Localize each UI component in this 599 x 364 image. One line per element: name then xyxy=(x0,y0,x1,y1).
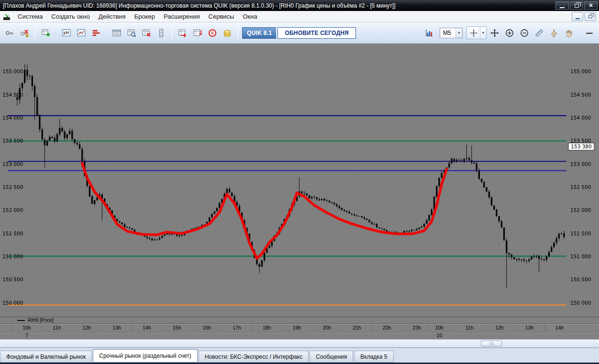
toolbar-separator xyxy=(35,26,35,39)
svg-text:153 500: 153 500 xyxy=(570,138,591,143)
report-icon[interactable] xyxy=(191,26,204,39)
svg-text:151 500: 151 500 xyxy=(2,231,23,236)
coins-icon[interactable] xyxy=(221,26,234,39)
x-axis-hour-label: 13h xyxy=(112,325,121,331)
chart-window-icon[interactable] xyxy=(60,26,73,39)
hour-cell-divider xyxy=(132,325,132,331)
data-column-icon[interactable] xyxy=(155,26,168,39)
chart-legend-row: RIH0 [Price] xyxy=(0,317,599,323)
chevron-down-icon[interactable]: ▼ xyxy=(480,27,486,39)
svg-text:154 500: 154 500 xyxy=(2,92,23,98)
x-axis-hour-label: 16h xyxy=(203,325,211,331)
hour-cell-divider xyxy=(72,325,72,331)
tab-5[interactable]: Вкладка 5 xyxy=(354,351,393,363)
chevron-down-icon[interactable]: ▼ xyxy=(455,28,462,38)
disconnect-icon[interactable]: 0 xyxy=(18,26,31,39)
x-axis-hour-label: 12h xyxy=(83,325,91,331)
table-search-icon[interactable] xyxy=(125,26,138,39)
svg-text:150 000: 150 000 xyxy=(570,300,591,306)
chart-canvas[interactable]: 150 000150 000150 500150 500151 000151 0… xyxy=(0,44,599,317)
zoom-out-icon[interactable] xyxy=(518,26,531,39)
menu-bar: СистемаСоздать окноДействияБрокерРасшире… xyxy=(0,11,599,22)
chart-settings-icon[interactable] xyxy=(422,26,436,39)
crosshair-icon[interactable] xyxy=(467,27,480,39)
hour-cell-divider xyxy=(312,325,312,331)
menu-windows[interactable]: Окна xyxy=(238,11,261,22)
x-axis-hour-label: 18h xyxy=(263,325,271,331)
x-axis-hour-label: 14h xyxy=(555,325,564,331)
export-table-icon[interactable] xyxy=(176,26,189,39)
toolbar-separator xyxy=(172,26,172,39)
menu-broker[interactable]: Брокер xyxy=(130,11,159,22)
svg-text:154 500: 154 500 xyxy=(570,92,591,98)
stop-order-icon[interactable]: S xyxy=(206,26,219,39)
price-chart[interactable]: 150 000150 000150 500150 500151 000151 0… xyxy=(0,44,599,339)
svg-text:150 000: 150 000 xyxy=(2,300,23,306)
svg-text:0: 0 xyxy=(26,33,28,37)
svg-text:150 500: 150 500 xyxy=(2,276,23,282)
x-axis-hour-label: 20h xyxy=(322,325,331,331)
svg-text:155 000: 155 000 xyxy=(570,68,591,74)
menu-system[interactable]: Система xyxy=(13,11,47,22)
hour-cell-divider xyxy=(162,325,162,331)
hour-cell-divider xyxy=(222,325,222,331)
update-today-button[interactable]: ОБНОВИТЕ СЕГОДНЯ xyxy=(277,27,355,39)
time-axis: 10h11h12h13h14h15h16h17h18h19h20h21h22h2… xyxy=(0,323,599,339)
svg-text:153 380: 153 380 xyxy=(571,143,591,149)
svg-text:151 000: 151 000 xyxy=(2,254,23,259)
hour-cell-divider xyxy=(455,325,455,331)
close-button[interactable]: × xyxy=(584,1,598,10)
table-close-icon[interactable] xyxy=(140,26,153,39)
hour-cell-divider xyxy=(12,325,12,331)
menu-services[interactable]: Сервисы xyxy=(204,11,239,22)
day-axis-row: 710 xyxy=(0,332,599,339)
line-tool-icon[interactable] xyxy=(583,26,596,39)
connect-icon[interactable] xyxy=(3,26,16,39)
x-axis-hour-label: 21h xyxy=(353,325,361,331)
horizontal-scrollbar[interactable] xyxy=(0,339,599,348)
menu-create-window[interactable]: Создать окно xyxy=(47,11,94,22)
menu-actions[interactable]: Действия xyxy=(94,11,130,22)
move-tool-icon[interactable] xyxy=(488,26,501,39)
zoom-in-icon[interactable] xyxy=(503,26,516,39)
menu-extensions[interactable]: Расширения xyxy=(159,11,204,22)
quotes-icon[interactable] xyxy=(89,26,103,39)
pointer-tool-icon[interactable] xyxy=(547,26,561,39)
x-axis-hour-label: 10h xyxy=(435,325,444,331)
table-icon[interactable] xyxy=(110,26,123,39)
svg-text:153 000: 153 000 xyxy=(2,161,23,167)
svg-text:152 500: 152 500 xyxy=(570,184,591,190)
crosshair-tool-button[interactable]: ▼ xyxy=(466,26,487,39)
create-window-icon[interactable] xyxy=(39,26,53,39)
svg-text:153 000: 153 000 xyxy=(570,161,591,167)
x-axis-hour-label: 19h xyxy=(293,325,301,331)
interval-select[interactable]: M5▼ xyxy=(440,28,463,38)
workspace-tabs: Фондовый и Валютный рынокСрочный рынок (… xyxy=(0,348,599,363)
minimize-button[interactable] xyxy=(555,1,569,10)
hand-tool-icon[interactable] xyxy=(562,26,576,39)
tab-messages[interactable]: Сообщения xyxy=(310,351,353,363)
hour-cell-divider xyxy=(42,325,42,331)
tab-news[interactable]: Новости: БКС-Экспресс / Интерфакс xyxy=(199,351,309,363)
hour-cell-divider xyxy=(102,325,102,331)
x-axis-hour-label: 11h xyxy=(53,325,61,331)
tab-stock-currency-market[interactable]: Фондовый и Валютный рынок xyxy=(0,351,92,363)
hour-cell-divider xyxy=(282,325,282,331)
hour-cell-divider xyxy=(485,325,485,331)
x-axis-hour-label: 10h xyxy=(22,325,31,331)
ruler-tool-icon[interactable] xyxy=(532,26,546,39)
tab-futures-market[interactable]: Срочный рынок (раздельный счет) xyxy=(93,349,198,363)
x-axis-hour-label: 23h xyxy=(413,325,422,331)
chart-line-icon[interactable] xyxy=(75,26,88,39)
maximize-button[interactable] xyxy=(570,1,583,10)
hour-cell-divider xyxy=(402,325,402,331)
child-restore-button[interactable] xyxy=(585,12,596,21)
app-icon xyxy=(3,13,11,21)
menu-items: СистемаСоздать окноДействияБрокерРасшире… xyxy=(13,11,262,22)
window-title: [Плахов Андрей Геннадьевич UID: 168936] … xyxy=(1,2,555,9)
interval-value: M5 xyxy=(443,30,451,36)
svg-text:151 000: 151 000 xyxy=(570,254,591,259)
scrollbar-thumb[interactable] xyxy=(481,341,502,346)
child-minimize-button[interactable] xyxy=(572,12,583,21)
svg-text:151 500: 151 500 xyxy=(570,231,591,236)
